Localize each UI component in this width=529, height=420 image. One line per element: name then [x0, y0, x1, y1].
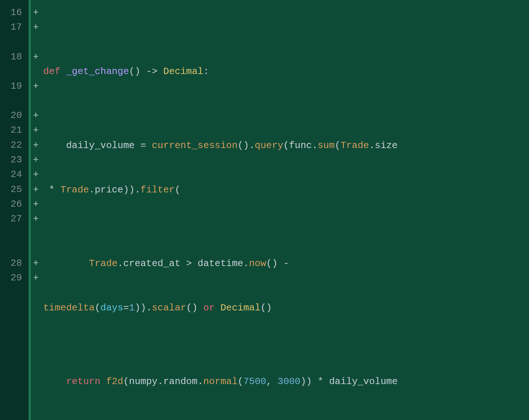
module: datetime: [197, 258, 243, 269]
type-name: Decimal: [163, 66, 203, 77]
class-name: Decimal: [221, 302, 260, 313]
code-text: (: [123, 376, 129, 387]
line-number: 29: [0, 270, 25, 285]
code-line[interactable]: daily_volume = current_session().query(f…: [43, 138, 523, 153]
code-text: ,: [266, 376, 278, 387]
diff-marker-gutter: + + + + + + + + + + + + + +: [29, 0, 43, 420]
diff-add-marker: +: [31, 5, 43, 20]
diff-add-marker: +: [31, 49, 43, 64]
diff-add-marker: +: [31, 182, 43, 197]
class-name: Trade: [89, 258, 118, 269]
keyword-return: return: [66, 376, 100, 387]
line-number: [0, 93, 25, 108]
line-number: 19: [0, 79, 25, 93]
function-call: f2d: [106, 376, 123, 387]
line-number-gutter: 16 17 18 19 20 21 22 23 24 25 26 27 28 2…: [0, 0, 29, 420]
line-number: 16: [0, 5, 25, 20]
code-text: .: [369, 140, 375, 151]
diff-add-marker: [31, 35, 43, 49]
line-number: 18: [0, 49, 25, 64]
code-line-wrap[interactable]: timedelta(days=1)).scalar() or Decimal(): [43, 301, 523, 315]
code-content[interactable]: def _get_change() -> Decimal: daily_volu…: [43, 0, 529, 420]
code-text: )).: [135, 302, 152, 313]
attribute: price: [95, 184, 123, 195]
line-number: 24: [0, 167, 25, 182]
function-call: sum: [318, 140, 335, 151]
code-text: *: [43, 184, 60, 195]
diff-add-marker: [31, 93, 43, 108]
code-text: (: [175, 184, 181, 195]
code-text: >: [180, 258, 197, 269]
diff-add-marker: +: [31, 197, 43, 211]
variable: func: [289, 140, 312, 151]
code-text: .: [89, 184, 95, 195]
diff-add-marker: [31, 226, 43, 241]
line-number: 25: [0, 182, 25, 197]
kwarg-name: days: [100, 302, 123, 313]
attribute: size: [375, 140, 397, 151]
line-number: [0, 35, 25, 49]
line-number: [0, 64, 25, 79]
keyword-def: def: [43, 66, 60, 77]
line-number: [0, 226, 25, 241]
function-call: current_session: [152, 140, 237, 151]
number-literal: 1: [129, 302, 135, 313]
code-text: )).: [123, 184, 140, 195]
module: numpy: [129, 376, 158, 387]
variable: daily_volume: [66, 140, 134, 151]
code-text: =: [135, 140, 152, 151]
diff-add-marker: +: [31, 79, 43, 93]
diff-add-marker: +: [31, 152, 43, 167]
class-name: Trade: [340, 140, 369, 151]
line-number: 22: [0, 138, 25, 152]
number-literal: 3000: [278, 376, 300, 387]
keyword-or: or: [203, 302, 215, 313]
diff-add-marker: [31, 241, 43, 256]
variable: daily_volume: [329, 376, 397, 387]
line-number: [0, 241, 25, 256]
indent: [43, 258, 89, 269]
diff-add-marker: +: [31, 20, 43, 34]
code-text: (): [260, 302, 272, 313]
function-call: timedelta: [43, 302, 95, 313]
code-text: ().: [238, 140, 255, 151]
code-text: [100, 376, 106, 387]
attribute: created_at: [123, 258, 180, 269]
code-text: .: [243, 258, 249, 269]
line-number: 28: [0, 256, 25, 270]
line-number: 20: [0, 108, 25, 123]
indent: [43, 376, 66, 387]
line-number: 23: [0, 152, 25, 167]
code-text: =: [123, 302, 129, 313]
code-text: (: [283, 140, 289, 151]
function-call: query: [255, 140, 283, 151]
code-text: .: [118, 258, 123, 269]
code-text: (: [335, 140, 341, 151]
code-text: (: [238, 376, 244, 387]
function-call: filter: [140, 184, 175, 195]
code-text: (): [186, 302, 203, 313]
code-line-wrap[interactable]: * Trade.price)).filter(: [43, 183, 523, 197]
diff-add-marker: +: [31, 211, 43, 226]
diff-add-marker: +: [31, 138, 43, 152]
function-call: scalar: [152, 302, 186, 313]
code-line[interactable]: return f2d(numpy.random.normal(7500, 300…: [43, 374, 523, 389]
code-text: () ->: [129, 66, 163, 77]
indent: [43, 140, 66, 151]
code-line-wrap[interactable]: / Decimal('1e9'): [43, 419, 523, 420]
class-name: Trade: [60, 184, 89, 195]
line-number: 21: [0, 123, 25, 137]
line-number: 26: [0, 197, 25, 211]
code-text: :: [203, 66, 209, 77]
code-text: .: [312, 140, 318, 151]
code-text: )) *: [300, 376, 329, 387]
function-call: now: [249, 258, 266, 269]
attribute: random: [163, 376, 198, 387]
line-number: 17: [0, 20, 25, 34]
diff-add-marker: +: [31, 167, 43, 182]
code-text: .: [158, 376, 163, 387]
diff-add-marker: +: [31, 256, 43, 270]
code-line[interactable]: def _get_change() -> Decimal:: [43, 64, 523, 79]
number-literal: 7500: [243, 376, 266, 387]
code-line[interactable]: Trade.created_at > datetime.now() -: [43, 256, 523, 271]
